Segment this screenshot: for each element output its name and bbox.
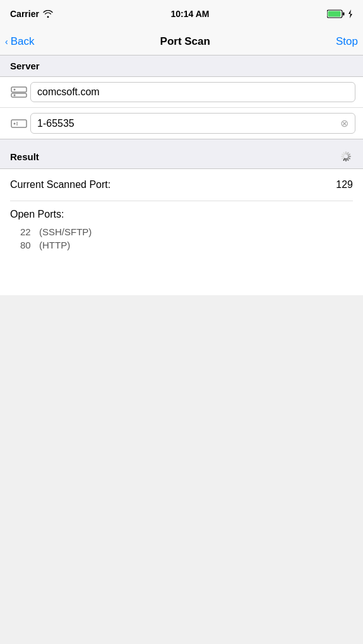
svg-line-17 (344, 158, 345, 160)
port-icon (8, 116, 30, 131)
page-title: Port Scan (160, 35, 210, 48)
server-label: Server (10, 61, 40, 71)
server-section: comcsoft.com 1-65535 ⊗ (0, 77, 363, 139)
svg-line-18 (342, 158, 344, 159)
svg-line-21 (344, 153, 345, 155)
nav-bar: ‹ Back Port Scan Stop (0, 28, 363, 56)
svg-point-6 (14, 95, 16, 97)
charging-icon (348, 9, 353, 18)
carrier-label: Carrier (10, 9, 39, 19)
stop-button[interactable]: Stop (336, 35, 358, 48)
port-item: 22(SSH/SFTP) (20, 225, 353, 238)
port-item: 80(HTTP) (20, 238, 353, 252)
battery-icon (327, 9, 345, 18)
port-number: 80 (20, 240, 39, 250)
host-value: comcsoft.com (37, 86, 100, 98)
result-label: Result (10, 151, 39, 162)
svg-line-15 (347, 158, 348, 160)
host-field[interactable]: comcsoft.com (30, 82, 355, 102)
server-port-icon (10, 116, 28, 131)
server-section-header: Server (0, 56, 363, 77)
clear-port-range-button[interactable]: ⊗ (340, 117, 348, 129)
back-label: Back (11, 35, 35, 48)
svg-line-14 (348, 158, 350, 159)
status-carrier: Carrier (10, 9, 53, 19)
port-range-value: 1-65535 (37, 118, 74, 129)
back-chevron-icon: ‹ (5, 37, 8, 47)
wifi-icon (43, 10, 53, 18)
port-range-row: 1-65535 ⊗ (0, 108, 363, 139)
result-content: Current Scanned Port: 129 Open Ports: 22… (0, 169, 363, 295)
loading-spinner (339, 149, 353, 163)
svg-rect-1 (328, 11, 341, 17)
port-name: (SSH/SFTP) (39, 226, 92, 237)
port-list: 22(SSH/SFTP)80(HTTP) (10, 225, 353, 252)
server-icon (8, 85, 30, 100)
svg-line-20 (342, 155, 344, 156)
port-name: (HTTP) (39, 240, 70, 250)
status-battery (327, 9, 353, 18)
open-ports-label: Open Ports: (10, 201, 353, 225)
result-section-header: Result (0, 139, 363, 169)
server-host-icon (10, 85, 28, 100)
status-time: 10:14 AM (170, 9, 209, 19)
svg-point-5 (14, 89, 16, 91)
host-row: comcsoft.com (0, 77, 363, 108)
current-port-value: 129 (336, 179, 353, 190)
current-port-row: Current Scanned Port: 129 (10, 177, 353, 201)
status-bar: Carrier 10:14 AM (0, 0, 363, 28)
current-port-label: Current Scanned Port: (10, 179, 110, 190)
back-button[interactable]: ‹ Back (5, 35, 34, 48)
svg-line-11 (347, 153, 348, 155)
svg-rect-2 (343, 13, 345, 16)
svg-line-12 (348, 155, 350, 156)
port-range-field[interactable]: 1-65535 ⊗ (30, 113, 355, 134)
svg-point-8 (14, 122, 16, 124)
port-number: 22 (20, 226, 39, 237)
